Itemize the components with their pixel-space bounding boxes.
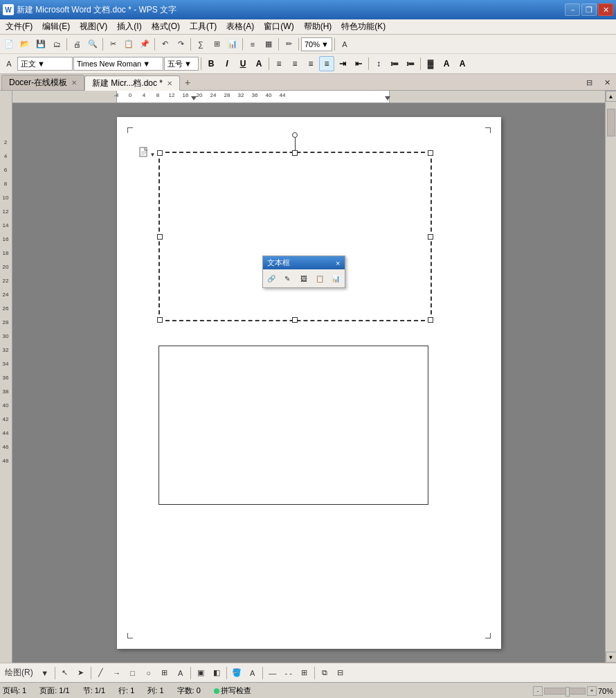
italic-button[interactable]: I: [219, 56, 235, 71]
floating-textbox-toolbar[interactable]: 文本框 × 🔗 ✎ 🖼 📋 📊: [262, 256, 345, 288]
ft-link-btn[interactable]: 🔗: [264, 271, 279, 286]
textbox-2[interactable]: [158, 346, 428, 505]
draw-label[interactable]: 绘图(R): [1, 665, 37, 681]
draw-line2[interactable]: —: [265, 665, 280, 681]
handle-bc[interactable]: [292, 317, 298, 323]
draw-rect[interactable]: □: [125, 665, 141, 681]
draw-arrow[interactable]: ▼: [37, 665, 53, 681]
ruler-marker-left[interactable]: [191, 96, 197, 100]
font-select[interactable]: Times New Roman ▼: [73, 57, 163, 71]
handle-ml[interactable]: [157, 234, 163, 240]
menu-insert[interactable]: 插入(I): [113, 19, 145, 34]
zoom-thumb[interactable]: [565, 687, 570, 697]
draw-3d[interactable]: ◧: [209, 665, 224, 681]
align-right[interactable]: ≡: [303, 56, 318, 71]
tab-add-button[interactable]: +: [180, 75, 195, 90]
draw-cursor[interactable]: ↖: [57, 665, 73, 681]
draw-wordart[interactable]: A: [173, 665, 188, 681]
tab-docer[interactable]: Docer-在线模板 ✕: [1, 75, 84, 90]
ft-img-btn[interactable]: 🖼: [296, 271, 311, 286]
scroll-down-btn[interactable]: ▼: [606, 652, 617, 663]
draw-fill[interactable]: 🪣: [229, 665, 244, 681]
page-icon-dropdown[interactable]: ▼: [150, 152, 156, 158]
scroll-thumb-v[interactable]: [607, 109, 615, 136]
save-all-button[interactable]: 🗂: [49, 37, 64, 52]
draw-pointer[interactable]: ➤: [73, 665, 89, 681]
align-left[interactable]: ≡: [271, 56, 287, 71]
indent-less[interactable]: ⇤: [351, 56, 366, 71]
ruler-marker-right[interactable]: [385, 96, 390, 100]
bold-button[interactable]: B: [203, 56, 219, 71]
menu-edit[interactable]: 编辑(E): [38, 19, 74, 34]
font-color-button[interactable]: A: [251, 56, 266, 71]
menu-tools[interactable]: 工具(T): [185, 19, 221, 34]
align-center[interactable]: ≡: [287, 56, 302, 71]
insert-table-button[interactable]: ⊞: [209, 37, 224, 52]
line-spacing[interactable]: ↕: [371, 56, 386, 71]
menu-special[interactable]: 特色功能(K): [337, 19, 390, 34]
minimize-button[interactable]: －: [565, 3, 580, 16]
draw-group[interactable]: ⧉: [317, 665, 332, 681]
handle-tr[interactable]: [428, 150, 433, 156]
ft-edit-btn[interactable]: ✎: [280, 271, 295, 286]
redo-button[interactable]: ↷: [173, 37, 188, 52]
copy-button[interactable]: 📋: [121, 37, 136, 52]
help-btn[interactable]: A: [337, 37, 352, 52]
drawing-button[interactable]: ✏: [281, 37, 296, 52]
draw-ungroup[interactable]: ⊟: [333, 665, 348, 681]
new-button[interactable]: 📄: [1, 37, 17, 52]
draw-font-color[interactable]: A: [245, 665, 260, 681]
ft-copy-btn[interactable]: 📋: [312, 271, 327, 286]
indent-more[interactable]: ⇥: [335, 56, 350, 71]
scroll-up-btn[interactable]: ▲: [606, 91, 617, 102]
menu-window[interactable]: 窗口(W): [260, 19, 298, 34]
draw-arrow2[interactable]: →: [109, 665, 125, 681]
floating-toolbar-close[interactable]: ×: [336, 259, 340, 267]
save-button[interactable]: 💾: [33, 37, 48, 52]
textbox-selected[interactable]: [158, 152, 432, 321]
handle-bl[interactable]: [157, 317, 163, 323]
menu-view[interactable]: 视图(V): [75, 19, 111, 34]
close-button[interactable]: ✕: [598, 3, 613, 16]
menu-help[interactable]: 帮助(H): [300, 19, 336, 34]
draw-textbox[interactable]: ⊞: [157, 665, 172, 681]
menu-format[interactable]: 格式(O): [147, 19, 184, 34]
scroll-track-v[interactable]: [606, 102, 616, 652]
font-color-2[interactable]: A: [439, 56, 454, 71]
draw-dash[interactable]: - -: [281, 665, 296, 681]
handle-br[interactable]: [428, 317, 433, 323]
zoom-dropdown[interactable]: 70% ▼: [301, 37, 332, 51]
chart-button[interactable]: 📊: [225, 37, 240, 52]
tab-close-all[interactable]: ✕: [599, 75, 615, 90]
tab-doc[interactable]: 新建 Micr...档.doc * ✕: [84, 75, 180, 91]
print-preview-button[interactable]: 🔍: [85, 37, 100, 52]
draw-align[interactable]: ⊞: [297, 665, 312, 681]
menu-table[interactable]: 表格(A): [222, 19, 258, 34]
draw-line[interactable]: ╱: [93, 665, 109, 681]
highlight[interactable]: ▓: [423, 56, 438, 71]
restore-button[interactable]: ❐: [581, 3, 597, 16]
undo-button[interactable]: ↶: [157, 37, 172, 52]
size-select[interactable]: 五号 ▼: [164, 57, 199, 71]
bullets[interactable]: ≔: [387, 56, 402, 71]
handle-mr[interactable]: [428, 234, 433, 240]
zoom-slider[interactable]: [544, 688, 586, 695]
formula-button[interactable]: ∑: [193, 37, 208, 52]
underline-button[interactable]: U: [235, 56, 251, 71]
line-spacing-button[interactable]: ≡: [245, 37, 260, 52]
ft-chart-btn[interactable]: 📊: [328, 271, 343, 286]
rotate-handle[interactable]: [292, 132, 298, 138]
shading[interactable]: A: [455, 56, 470, 71]
zoom-out-btn[interactable]: -: [533, 686, 543, 696]
menu-file[interactable]: 文件(F): [1, 19, 37, 34]
draw-shadow[interactable]: ▣: [193, 665, 208, 681]
tab-docer-close[interactable]: ✕: [71, 79, 77, 87]
draw-ellipse[interactable]: ○: [141, 665, 156, 681]
paste-button[interactable]: 📌: [137, 37, 152, 52]
zoom-in-btn[interactable]: +: [587, 686, 597, 696]
cut-button[interactable]: ✂: [105, 37, 120, 52]
tab-doc-close[interactable]: ✕: [167, 80, 172, 87]
handle-tc[interactable]: [292, 150, 298, 156]
style-select[interactable]: 正文 ▼: [17, 57, 73, 71]
columns-button[interactable]: ▦: [261, 37, 276, 52]
